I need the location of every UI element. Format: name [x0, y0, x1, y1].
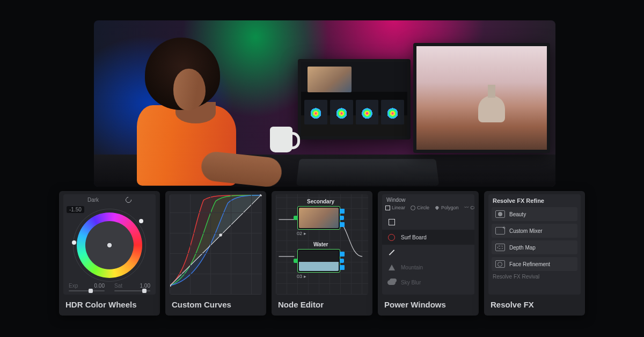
power-row-mountain[interactable]: Mountain: [382, 260, 474, 275]
panel-title: Node Editor: [276, 295, 368, 316]
mixer-icon: [495, 227, 505, 235]
fx-row-depth-map[interactable]: Depth Map: [492, 240, 577, 254]
polygon-icon: ⯂: [435, 205, 440, 210]
hdr-slider-sat-label: Sat: [114, 283, 122, 289]
power-section-label: Window: [386, 197, 406, 203]
node-port-out-icon[interactable]: [340, 259, 344, 263]
panel-custom-curves[interactable]: Custom Curves: [165, 191, 266, 316]
power-row-label: Surf Board: [401, 235, 427, 240]
power-row-pen[interactable]: [382, 245, 474, 260]
node-port-in-icon[interactable]: [294, 216, 298, 220]
node-port-in-icon[interactable]: [294, 259, 298, 263]
panel-title: Custom Curves: [170, 295, 262, 316]
panel-node-editor[interactable]: Secondary 02 ▸ Water 03 ▸ Node Editor: [272, 191, 372, 316]
cloud-icon: [387, 280, 396, 285]
node-water[interactable]: 03 ▸: [297, 249, 340, 273]
fx-row-face-refinement[interactable]: Face Refinement: [492, 257, 577, 271]
power-tab-curve[interactable]: 〰Curve: [464, 205, 474, 210]
hdr-slider-sat[interactable]: [114, 290, 150, 291]
hdr-wheel-name: Dark: [87, 197, 99, 203]
power-row-square[interactable]: [382, 215, 474, 230]
node-secondary[interactable]: 02 ▸: [297, 206, 340, 230]
node-label: Water: [313, 241, 328, 247]
pen-icon: [389, 250, 394, 255]
curve-icon: 〰: [464, 205, 469, 210]
circle-icon: [388, 234, 395, 241]
fx-subsection-label: Resolve FX Revival: [493, 274, 539, 280]
monitor-ui: [298, 59, 411, 140]
colorist-person: [115, 42, 239, 181]
monitor-preview: [413, 43, 550, 153]
depth-icon: [495, 244, 505, 251]
power-row-label: Sky Blur: [401, 280, 421, 285]
fx-row-label: Custom Mixer: [509, 228, 543, 234]
coffee-mug: [270, 127, 292, 152]
fx-row-custom-mixer[interactable]: Custom Mixer: [492, 224, 577, 238]
power-row-sky[interactable]: Sky Blur: [382, 275, 474, 290]
node-label: Secondary: [307, 199, 334, 204]
panel-hdr-color-wheels[interactable]: Dark -1.50 Exp 0.00 Sat: [59, 191, 160, 316]
circle-icon: [411, 206, 415, 210]
power-tab-polygon[interactable]: ⯂Polygon: [435, 205, 459, 210]
node-port-aux-icon[interactable]: [340, 209, 345, 214]
panel-title: Resolve FX: [488, 295, 581, 316]
fx-row-label: Face Refinement: [509, 261, 550, 267]
square-icon: [385, 206, 390, 210]
power-tab-circle[interactable]: Circle: [411, 205, 429, 210]
hdr-slider-sat-value: 1.00: [140, 283, 150, 289]
panel-title: HDR Color Wheels: [63, 295, 156, 316]
node-number: 03: [297, 274, 302, 279]
hdr-color-wheel[interactable]: [77, 213, 142, 278]
fx-row-beauty[interactable]: Beauty: [492, 207, 577, 221]
node-port-aux-icon[interactable]: [340, 252, 345, 257]
panel-resolve-fx[interactable]: Resolve FX Refine Beauty Custom Mixer De…: [484, 191, 585, 316]
square-icon: [389, 219, 395, 225]
fx-row-label: Depth Map: [509, 245, 536, 251]
wheel-handle-icon[interactable]: [72, 240, 76, 245]
node-port-aux-icon[interactable]: [340, 265, 345, 270]
hdr-slider-exp[interactable]: [69, 290, 105, 291]
power-tabs: Linear Circle ⯂Polygon 〰Curve: [385, 205, 471, 210]
power-row-label: Mountain: [401, 265, 423, 270]
panel-power-windows[interactable]: Window Linear Circle ⯂Polygon 〰Curve Sur…: [378, 191, 479, 316]
power-tab-linear[interactable]: Linear: [385, 205, 405, 210]
mountain-icon: [389, 265, 395, 270]
hdr-slider-exp-value: 0.00: [94, 283, 105, 289]
panel-title: Power Windows: [382, 295, 474, 316]
hdr-badge-value: -1.50: [67, 206, 84, 213]
fx-row-label: Beauty: [509, 211, 526, 217]
node-number: 02: [297, 231, 302, 236]
beauty-icon: [495, 210, 505, 218]
hdr-slider-exp-label: Exp: [69, 283, 78, 289]
face-icon: [495, 260, 505, 268]
power-row-surfboard[interactable]: Surf Board: [382, 230, 474, 245]
hero-banner: [94, 20, 555, 187]
reset-icon[interactable]: [125, 196, 133, 204]
grading-panel-hardware: [296, 159, 439, 186]
node-port-aux-icon[interactable]: [340, 222, 345, 227]
feature-panel-strip: Dark -1.50 Exp 0.00 Sat: [59, 191, 585, 316]
wheel-handle-icon[interactable]: [139, 219, 143, 223]
node-port-out-icon[interactable]: [340, 216, 344, 220]
fx-section-label: Resolve FX Refine: [493, 197, 544, 204]
